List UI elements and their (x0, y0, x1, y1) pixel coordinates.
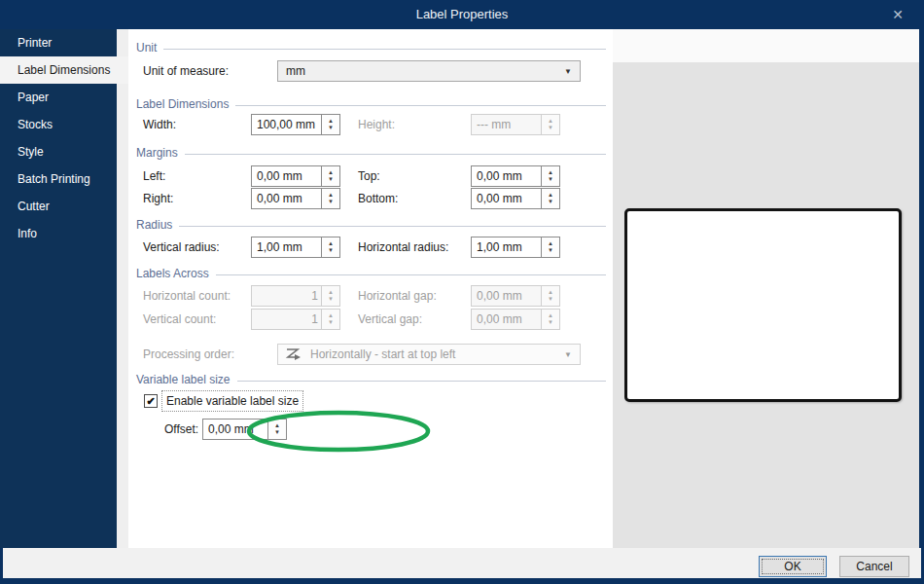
offset-spinner[interactable]: 0,00 mm ▲ ▼ (202, 419, 287, 440)
spin-up-icon: ▲ (328, 313, 334, 318)
section-margins: Margins (136, 146, 606, 160)
horizontal-count-value: 1 (252, 286, 321, 306)
section-labels-across: Labels Across (136, 267, 606, 280)
enable-variable-label-size-label[interactable]: Enable variable label size (161, 390, 303, 412)
section-divider (237, 381, 607, 382)
horizontal-count-label: Horizontal count: (143, 285, 231, 307)
margin-bottom-label: Bottom: (358, 188, 398, 209)
checkmark-icon: ✔ (145, 395, 157, 408)
margin-top-spinner[interactable]: 0,00 mm ▲ ▼ (471, 165, 560, 187)
spin-up-icon: ▲ (328, 290, 334, 295)
spin-down-icon: ▼ (548, 126, 553, 130)
close-icon[interactable]: ✕ (887, 0, 908, 29)
spin-up-icon[interactable]: ▲ (328, 170, 334, 175)
spin-down-icon[interactable]: ▼ (328, 126, 334, 130)
ok-button[interactable]: OK (759, 556, 827, 577)
margin-bottom-spinner[interactable]: 0,00 mm ▲ ▼ (471, 188, 560, 209)
offset-spinner-arrows[interactable]: ▲ ▼ (267, 420, 286, 439)
vertical-count-label: Vertical count: (143, 309, 216, 330)
horizontal-gap-spinner: 0,00 mm ▲ ▼ (471, 285, 560, 307)
spin-up-icon[interactable]: ▲ (328, 119, 334, 124)
spin-down-icon: ▼ (548, 297, 553, 302)
horizontal-gap-spinner-arrows: ▲ ▼ (541, 286, 559, 306)
spin-up-icon: ▲ (548, 313, 553, 318)
height-spinner-arrows: ▲ ▼ (541, 115, 559, 134)
margin-right-spinner-arrows[interactable]: ▲ ▼ (321, 189, 339, 208)
chevron-down-icon: ▼ (564, 67, 572, 76)
vertical-gap-spinner: 0,00 mm ▲ ▼ (471, 309, 560, 330)
horizontal-gap-label: Horizontal gap: (358, 285, 437, 307)
dialog-title: Label Properties (0, 0, 924, 29)
section-title-label-dimensions: Label Dimensions (136, 97, 229, 111)
vertical-radius-spinner[interactable]: 1,00 mm ▲ ▼ (251, 237, 340, 258)
unit-of-measure-label: Unit of measure: (143, 60, 229, 82)
margin-right-label: Right: (143, 188, 173, 209)
width-spinner[interactable]: 100,00 mm ▲ ▼ (251, 114, 340, 135)
spin-down-icon[interactable]: ▼ (274, 430, 280, 435)
section-divider (163, 49, 606, 50)
sidebar-item-label-dimensions[interactable]: Label Dimensions (0, 56, 128, 84)
vertical-radius-label: Vertical radius: (143, 237, 220, 258)
margin-top-spinner-arrows[interactable]: ▲ ▼ (541, 166, 559, 186)
sidebar-item-printer[interactable]: Printer (0, 29, 117, 56)
margin-bottom-spinner-arrows[interactable]: ▲ ▼ (541, 189, 559, 208)
spin-down-icon[interactable]: ▼ (328, 248, 334, 253)
margin-bottom-value: 0,00 mm (472, 189, 541, 208)
spin-up-icon[interactable]: ▲ (274, 423, 280, 428)
horizontal-count-spinner-arrows: ▲ ▼ (321, 286, 339, 306)
vertical-radius-spinner-arrows[interactable]: ▲ ▼ (321, 237, 339, 257)
width-label: Width: (143, 114, 176, 135)
enable-variable-label-size-row: ✔ Enable variable label size (128, 390, 613, 412)
spin-up-icon[interactable]: ▲ (548, 241, 553, 246)
margin-left-spinner-arrows[interactable]: ▲ ▼ (321, 166, 339, 186)
spin-down-icon: ▼ (328, 297, 334, 302)
horizontal-count-spinner: 1 ▲ ▼ (251, 285, 340, 307)
margin-left-spinner[interactable]: 0,00 mm ▲ ▼ (251, 165, 340, 187)
enable-variable-label-size-checkbox[interactable]: ✔ (144, 394, 158, 408)
sidebar-item-style[interactable]: Style (0, 138, 117, 165)
sidebar-item-batch-printing[interactable]: Batch Printing (0, 165, 117, 193)
unit-of-measure-row: Unit of measure: mm ▼ (128, 60, 613, 82)
spin-up-icon: ▲ (548, 290, 553, 295)
height-label: Height: (358, 114, 395, 135)
horizontal-radius-spinner-arrows[interactable]: ▲ ▼ (541, 237, 559, 257)
spin-down-icon[interactable]: ▼ (548, 177, 553, 182)
section-divider (185, 154, 606, 155)
processing-order-row: Processing order: Horizontally - start a… (128, 344, 613, 365)
section-label-dimensions: Label Dimensions (136, 97, 606, 111)
spin-down-icon[interactable]: ▼ (328, 177, 334, 182)
spin-down-icon: ▼ (328, 320, 334, 325)
spin-down-icon[interactable]: ▼ (328, 200, 334, 204)
sidebar-item-info[interactable]: Info (0, 220, 117, 247)
sidebar-item-stocks[interactable]: Stocks (0, 111, 117, 138)
vertical-gap-label: Vertical gap: (358, 309, 422, 330)
spin-down-icon[interactable]: ▼ (548, 200, 553, 204)
chevron-down-icon: ▼ (564, 350, 572, 359)
horizontal-radius-value: 1,00 mm (472, 237, 541, 257)
margin-right-spinner[interactable]: 0,00 mm ▲ ▼ (251, 188, 340, 209)
section-title-margins: Margins (136, 146, 178, 160)
unit-of-measure-value: mm (278, 64, 305, 78)
spin-up-icon[interactable]: ▲ (548, 170, 553, 175)
spin-up-icon[interactable]: ▲ (548, 193, 553, 198)
height-spinner: --- mm ▲ ▼ (471, 114, 560, 135)
preview-top-strip (613, 29, 919, 62)
spin-down-icon[interactable]: ▼ (548, 248, 553, 253)
horizontal-gap-value: 0,00 mm (472, 286, 541, 306)
unit-of-measure-select[interactable]: mm ▼ (277, 60, 581, 82)
width-spinner-arrows[interactable]: ▲ ▼ (321, 115, 339, 134)
spin-up-icon[interactable]: ▲ (328, 193, 334, 198)
sidebar-item-cutter[interactable]: Cutter (0, 193, 117, 220)
sidebar-item-paper[interactable]: Paper (0, 84, 117, 111)
width-value: 100,00 mm (252, 115, 321, 134)
cancel-button[interactable]: Cancel (839, 556, 909, 577)
width-height-row: Width: 100,00 mm ▲ ▼ Height: --- mm ▲ ▼ (128, 114, 613, 135)
horizontal-radius-spinner[interactable]: 1,00 mm ▲ ▼ (471, 237, 560, 258)
section-divider (179, 226, 606, 227)
margin-right-value: 0,00 mm (252, 189, 321, 208)
section-variable-label-size: Variable label size (136, 373, 606, 386)
spin-up-icon[interactable]: ▲ (328, 241, 334, 246)
preview-pane (613, 29, 919, 548)
footer-bar: OK Cancel (3, 548, 921, 578)
margins-right-bottom-row: Right: 0,00 mm ▲ ▼ Bottom: 0,00 mm ▲ ▼ (128, 188, 613, 209)
